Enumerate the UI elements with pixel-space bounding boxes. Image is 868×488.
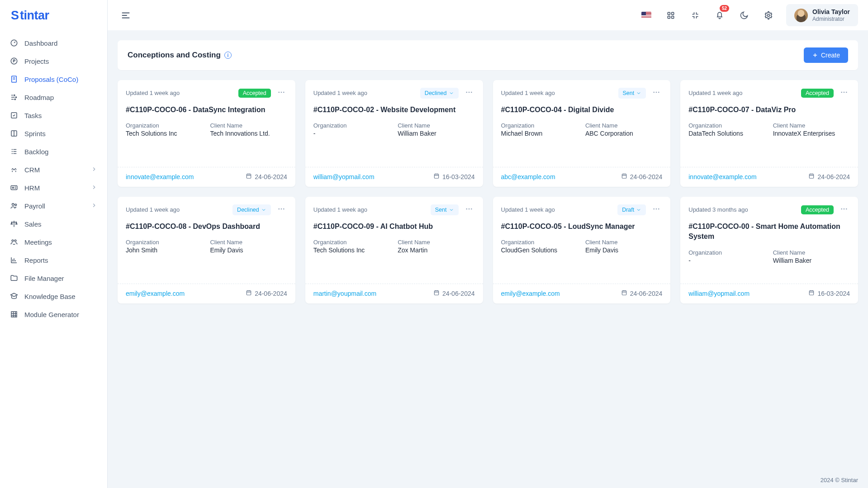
- page-header: Conceptions and Costing i Create: [118, 40, 858, 70]
- svg-point-14: [12, 240, 14, 242]
- svg-point-30: [654, 92, 655, 93]
- svg-point-35: [844, 92, 845, 93]
- user-menu[interactable]: Olivia Taylor Administrator: [786, 4, 858, 27]
- org-value: Tech Solutions Inc: [126, 130, 203, 137]
- sidebar-item-payroll[interactable]: Payroll: [0, 197, 107, 215]
- info-icon[interactable]: i: [224, 52, 232, 59]
- theme-toggle-button[interactable]: [735, 6, 754, 25]
- client-value: William Baker: [398, 130, 474, 137]
- columns-icon: [10, 129, 18, 137]
- sidebar-item-filemanager[interactable]: File Manager: [0, 269, 107, 287]
- sidebar-item-label: Proposals (CoCo): [24, 76, 78, 83]
- org-label: Organization: [688, 249, 765, 256]
- status-badge: Accepted: [801, 89, 834, 98]
- proposals-grid: Updated 1 week ago Accepted #C110P-COCO-…: [118, 80, 858, 303]
- group-icon: [10, 238, 18, 246]
- status-dropdown[interactable]: Declined: [420, 88, 459, 99]
- sidebar-item-label: Reports: [24, 256, 48, 264]
- apps-grid-button[interactable]: [661, 6, 680, 25]
- more-options-button[interactable]: [463, 204, 475, 215]
- more-options-button[interactable]: [275, 87, 287, 99]
- language-flag[interactable]: [637, 6, 656, 25]
- email-link[interactable]: innovate@example.com: [126, 173, 194, 180]
- menu-toggle-button[interactable]: [118, 7, 134, 24]
- more-options-button[interactable]: [838, 87, 850, 99]
- org-value: -: [688, 257, 765, 264]
- sidebar-item-modulegenerator[interactable]: Module Generator: [0, 305, 107, 323]
- notifications-button[interactable]: 52: [710, 6, 729, 25]
- proposal-title[interactable]: #C110P-COCO-02 - Website Development: [305, 99, 483, 115]
- email-link[interactable]: emily@example.com: [126, 290, 185, 297]
- svg-point-27: [468, 92, 470, 93]
- more-options-button[interactable]: [463, 87, 475, 99]
- header: 52 Olivia Taylor Administrator: [108, 0, 868, 30]
- proposal-title[interactable]: #C110P-COCO-09 - AI Chatbot Hub: [305, 215, 483, 232]
- status-dropdown[interactable]: Sent: [431, 204, 459, 215]
- svg-point-15: [14, 240, 16, 242]
- date-value: 16-03-2024: [808, 289, 850, 297]
- sidebar-item-roadmap[interactable]: Roadmap: [0, 88, 107, 106]
- sidebar-item-hrm[interactable]: HRM: [0, 179, 107, 197]
- proposal-title[interactable]: #C110P-COCO-04 - Digital Divide: [493, 99, 671, 115]
- sidebar-item-label: Sales: [24, 220, 42, 228]
- sidebar-item-reports[interactable]: Reports: [0, 251, 107, 269]
- status-dropdown[interactable]: Declined: [232, 204, 271, 215]
- notification-badge: 52: [720, 5, 729, 12]
- proposal-title[interactable]: #C110P-COCO-05 - LoudSync Manager: [493, 215, 671, 232]
- email-link[interactable]: william@yopmail.com: [688, 290, 749, 297]
- email-link[interactable]: emily@example.com: [501, 290, 560, 297]
- svg-point-12: [12, 204, 14, 206]
- svg-point-11: [12, 187, 14, 189]
- proposal-card: Updated 1 week ago Declined #C110P-COCO-…: [118, 197, 295, 303]
- org-value: Michael Brown: [501, 130, 578, 137]
- svg-point-43: [468, 208, 470, 210]
- sidebar-item-label: File Manager: [24, 275, 64, 282]
- svg-rect-17: [668, 12, 670, 14]
- proposal-title[interactable]: #C110P-COCO-07 - DataViz Pro: [680, 99, 858, 115]
- sidebar-item-backlog[interactable]: Backlog: [0, 142, 107, 161]
- org-label: Organization: [501, 239, 578, 246]
- email-link[interactable]: abc@example.com: [501, 173, 555, 180]
- more-options-button[interactable]: [650, 204, 662, 215]
- status-dropdown[interactable]: Draft: [617, 204, 646, 215]
- date-value: 24-06-2024: [246, 289, 287, 297]
- sidebar-item-dashboard[interactable]: Dashboard: [0, 34, 107, 52]
- status-dropdown[interactable]: Sent: [618, 88, 646, 99]
- grid-icon: [10, 310, 18, 318]
- sidebar-item-crm[interactable]: CRM: [0, 161, 107, 179]
- proposal-title[interactable]: #C110P-COCO-06 - DataSync Integration: [118, 99, 295, 115]
- fullscreen-exit-button[interactable]: [686, 6, 705, 25]
- client-label: Client Name: [585, 122, 662, 129]
- updated-text: Updated 1 week ago: [126, 206, 228, 213]
- create-button[interactable]: Create: [804, 47, 848, 63]
- sidebar: Stintar Dashboard Projects Proposals (Co…: [0, 0, 108, 488]
- svg-point-51: [844, 208, 845, 210]
- proposal-title[interactable]: #C110P-COCO-00 - Smart Home Automation S…: [680, 215, 858, 242]
- settings-button[interactable]: [759, 6, 778, 25]
- sidebar-item-sprints[interactable]: Sprints: [0, 124, 107, 142]
- updated-text: Updated 1 week ago: [501, 90, 614, 96]
- client-label: Client Name: [773, 122, 850, 129]
- email-link[interactable]: william@yopmail.com: [313, 173, 375, 180]
- brand-logo[interactable]: Stintar: [0, 0, 107, 30]
- sidebar-item-knowledgebase[interactable]: Knowledge Base: [0, 287, 107, 305]
- svg-point-39: [280, 208, 282, 210]
- more-options-button[interactable]: [650, 87, 662, 99]
- calendar-icon: [808, 289, 815, 297]
- sidebar-item-tasks[interactable]: Tasks: [0, 106, 107, 124]
- proposal-title[interactable]: #C110P-COCO-08 - DevOps Dashboard: [118, 215, 295, 232]
- sidebar-item-proposals[interactable]: Proposals (CoCo): [0, 70, 107, 88]
- client-value: Emily Davis: [210, 246, 287, 254]
- calendar-icon: [433, 173, 440, 180]
- sidebar-item-meetings[interactable]: Meetings: [0, 233, 107, 251]
- email-link[interactable]: martin@youpmail.com: [313, 290, 376, 297]
- svg-point-52: [846, 208, 847, 210]
- sidebar-item-sales[interactable]: Sales: [0, 215, 107, 233]
- email-link[interactable]: innovate@example.com: [688, 173, 756, 180]
- more-options-button[interactable]: [838, 204, 850, 215]
- svg-point-38: [278, 208, 280, 210]
- list-icon: [10, 147, 18, 156]
- sidebar-item-projects[interactable]: Projects: [0, 52, 107, 70]
- svg-rect-45: [434, 291, 438, 295]
- more-options-button[interactable]: [275, 204, 287, 215]
